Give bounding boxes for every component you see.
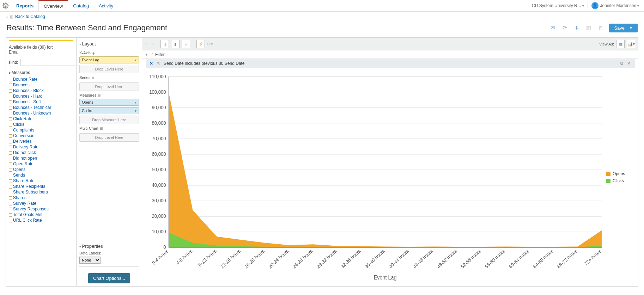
tenant-picker[interactable]: CU System University R… (532, 3, 584, 8)
measure-item[interactable]: Sends (9, 172, 73, 178)
measure-item[interactable]: Share Recipients (9, 184, 73, 189)
chart-options-button[interactable]: Chart Options... (88, 273, 130, 283)
measure-item[interactable]: Share Rate (9, 178, 73, 184)
nav-reports[interactable]: Reports (11, 0, 38, 11)
measure-item[interactable]: Clicks (9, 122, 73, 127)
legend-clicks: Clicks (606, 178, 631, 183)
measure-item[interactable]: Complaints (9, 127, 73, 133)
chevron-down-icon[interactable]: ▾ (135, 109, 136, 113)
download-icon[interactable]: ⬇ (573, 24, 580, 31)
svg-text:28-32 hours: 28-32 hours (316, 248, 338, 270)
measure-item[interactable]: Share Subscribers (9, 189, 73, 195)
top-nav: 🏠 Reports Overview Catalog Activity CU S… (0, 0, 644, 11)
svg-text:Event Lag: Event Lag (374, 275, 397, 281)
filter-remove-icon[interactable]: ✕ (150, 61, 153, 66)
autorun-icon[interactable]: ⚡ (196, 40, 205, 48)
properties-section[interactable]: Properties (79, 243, 139, 251)
svg-text:40-44 hours: 40-44 hours (388, 248, 410, 270)
data-labels-select[interactable]: None (79, 257, 101, 264)
tab-catalog[interactable]: Catalog (68, 0, 94, 11)
filter-icon[interactable]: ▽ (182, 40, 190, 48)
gear-icon[interactable]: ⚙▾ (207, 42, 213, 47)
catalog-icon: ▥ (10, 15, 13, 19)
undo-icon[interactable]: ↶ (145, 42, 148, 47)
measure-clicks-pill[interactable]: Clicks▾ (79, 107, 139, 114)
series-drop[interactable]: Drop Level Here (79, 82, 139, 91)
home-icon[interactable]: 🏠 (0, 0, 11, 11)
measure-item[interactable]: Shares (9, 195, 73, 201)
chevron-down-icon[interactable]: ▾ (135, 100, 136, 104)
tab-activity[interactable]: Activity (94, 0, 118, 11)
measure-item[interactable]: Survey Rate (9, 201, 73, 206)
measure-item[interactable]: Bounces - Unknown (9, 110, 73, 116)
back-to-catalog-link[interactable]: Back to Catalog (15, 14, 45, 19)
redo-icon[interactable]: ↷ (151, 42, 154, 47)
measure-item[interactable]: Bounces - Hard (9, 93, 73, 99)
layout-panel: Layout X-Axis ◈ Event Lag▾ Drop Level He… (76, 37, 142, 287)
area-chart: 010,00020,00030,00040,00050,00060,00070,… (146, 72, 606, 283)
save-caret-icon[interactable]: ▼ (627, 26, 633, 30)
xaxis-drop[interactable]: Drop Level Here (79, 65, 139, 73)
legend-opens: Opens (606, 171, 631, 176)
layout-section[interactable]: Layout (79, 41, 139, 49)
filter-popout-icon[interactable]: ⧉ (620, 61, 624, 66)
svg-text:68-72 hours: 68-72 hours (556, 248, 578, 270)
save-label: Save (614, 25, 625, 31)
multichart-drop[interactable]: Drop Level Here (79, 133, 139, 142)
xaxis-pill[interactable]: Event Lag▾ (79, 56, 139, 63)
measure-item[interactable]: Click Rate (9, 116, 73, 122)
measure-item[interactable]: Delivery Rate (9, 144, 73, 150)
view-table-icon[interactable]: ▦ (616, 40, 625, 48)
measure-item[interactable]: Opens (9, 167, 73, 172)
measure-item[interactable]: URL Click Rate (9, 217, 73, 223)
clicks-swatch-icon (606, 179, 610, 183)
opens-swatch-icon (606, 172, 610, 176)
svg-text:40,000: 40,000 (152, 183, 166, 188)
filter-edit-icon[interactable]: ✎ (157, 61, 160, 66)
page-title: Results: Time Between Send and Engagemen… (6, 23, 167, 32)
measure-item[interactable]: Bounce Rate (9, 76, 73, 82)
tab-overview[interactable]: Overview (38, 0, 68, 12)
email-icon[interactable]: ✉ (549, 24, 556, 31)
view-chart-icon[interactable]: 📊▾ (627, 40, 635, 48)
user-menu[interactable]: 👤 Jennifer Mortensen (591, 2, 639, 9)
measure-item[interactable]: Bounces - Technical (9, 105, 73, 110)
find-input[interactable] (20, 59, 77, 66)
measure-item[interactable]: Bounces (9, 82, 73, 88)
measure-item[interactable]: Conversion (9, 133, 73, 139)
cube-icon: ◈ (92, 76, 95, 80)
save-button[interactable]: Save ▼ (609, 24, 638, 32)
svg-text:52-56 hours: 52-56 hours (460, 248, 482, 270)
filter-text: Send Date includes previous 30 Send Date (164, 61, 244, 66)
measure-item[interactable]: Did not open (9, 155, 73, 161)
filter-header[interactable]: 1 Filter (142, 50, 638, 59)
svg-text:24-28 hours: 24-28 hours (292, 248, 314, 270)
schedule-icon[interactable]: 🗓 (597, 24, 604, 31)
user-name: Jennifer Mortensen (600, 3, 639, 8)
svg-text:12-16 hours: 12-16 hours (219, 248, 242, 270)
svg-text:8-12 hours: 8-12 hours (198, 248, 218, 268)
filter-close-icon[interactable]: ✕ (627, 61, 631, 66)
svg-text:110,000: 110,000 (149, 74, 166, 79)
cube-icon: ◈ (92, 51, 95, 55)
fields-header: Available fields (89) for: Email (6, 43, 76, 56)
chevron-down-icon[interactable]: ▾ (135, 58, 136, 62)
svg-text:56-60 hours: 56-60 hours (484, 248, 506, 270)
panel-layout2-icon[interactable]: ▮ (171, 40, 180, 48)
filter-chip: ✕ ✎ Send Date includes previous 30 Send … (146, 59, 634, 68)
measure-item[interactable]: Did not click (9, 150, 73, 155)
measure-item[interactable]: Deliveries (9, 139, 73, 144)
measures-drop[interactable]: Drop Measure Here (79, 116, 139, 124)
panel-layout1-icon[interactable]: ▯ (160, 40, 169, 48)
measure-item[interactable]: Survey Responses (9, 206, 73, 212)
chevron-left-icon: ‹ (6, 14, 8, 19)
measure-item[interactable]: Bounces - Block (9, 88, 73, 93)
measures-group[interactable]: Measures (9, 69, 73, 76)
measure-opens-pill[interactable]: Opens▾ (79, 99, 139, 106)
chart-panel: ↶ ↷ ▯ ▮ ▽ ⚡ ⚙▾ View As: ▦ 📊▾ 1 Filter ✕ … (142, 37, 638, 287)
measure-item[interactable]: Total Goals Met (9, 212, 73, 217)
chart-report-icon[interactable]: ▥ (585, 24, 592, 31)
measure-item[interactable]: Open Rate (9, 161, 73, 167)
measure-item[interactable]: Bounces - Soft (9, 99, 73, 105)
refresh-icon[interactable]: ⟳ (561, 24, 568, 31)
